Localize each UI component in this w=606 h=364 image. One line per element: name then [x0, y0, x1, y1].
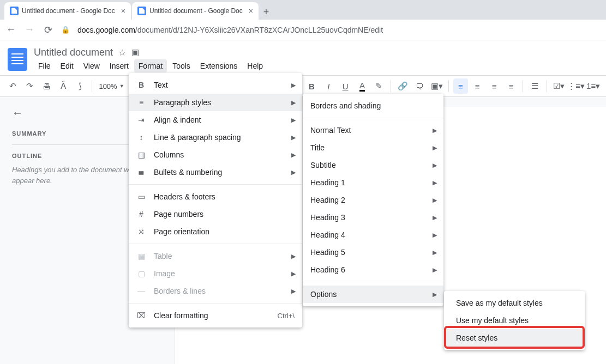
- docs-logo-icon[interactable]: [8, 48, 27, 71]
- menu-subtitle[interactable]: Subtitle▶: [303, 156, 443, 174]
- new-tab-button[interactable]: +: [259, 4, 274, 20]
- menu-separator: [129, 303, 302, 304]
- paint-format-button[interactable]: ⟆: [73, 78, 88, 94]
- document-title[interactable]: Untitled document: [34, 47, 113, 58]
- menu-view[interactable]: View: [79, 59, 104, 72]
- indent-icon: ⇥: [136, 116, 146, 124]
- browser-tab-2[interactable]: Untitled document - Google Doc ×: [132, 2, 259, 20]
- chevron-right-icon: ▶: [291, 117, 296, 124]
- browser-tab-1[interactable]: Untitled document - Google Doc ×: [4, 2, 131, 20]
- header-icon: ▭: [136, 192, 146, 201]
- address-bar[interactable]: docs.google.com/document/d/12NJ-Y6Xsliic…: [77, 26, 383, 34]
- clear-icon: ⌧: [136, 311, 146, 320]
- add-comment-button[interactable]: 🗨: [412, 78, 427, 94]
- menu-text[interactable]: BText▶: [129, 76, 302, 94]
- chevron-right-icon: ▶: [291, 82, 296, 89]
- menu-format[interactable]: Format: [134, 59, 167, 72]
- undo-button[interactable]: ↶: [5, 78, 20, 94]
- line-spacing-button[interactable]: ☰: [527, 78, 542, 94]
- menu-options[interactable]: Options▶: [303, 286, 443, 303]
- menu-save-default-styles[interactable]: Save as my default styles: [444, 294, 585, 312]
- separator: [448, 80, 449, 92]
- menu-heading-4[interactable]: Heading 4▶: [303, 226, 443, 244]
- menu-page-numbers[interactable]: #Page numbers: [129, 205, 302, 223]
- chevron-right-icon: ▶: [433, 266, 437, 274]
- menu-paragraph-styles[interactable]: ≡Paragraph styles▶: [129, 94, 302, 111]
- menu-headers-footers[interactable]: ▭Headers & footers: [129, 188, 302, 205]
- menu-image: ▢Image▶: [129, 265, 302, 282]
- align-justify-button[interactable]: ≡: [504, 78, 519, 94]
- chevron-right-icon: ▶: [291, 134, 296, 141]
- tab-title: Untitled document - Google Doc: [149, 7, 245, 15]
- menu-line-spacing[interactable]: ↕Line & paragraph spacing▶: [129, 129, 302, 146]
- separator: [523, 80, 523, 92]
- menu-bar: File Edit View Insert Format Tools Exten…: [34, 59, 267, 72]
- menu-heading-6[interactable]: Heading 6▶: [303, 261, 443, 278]
- docs-favicon: [10, 7, 19, 15]
- underline-button[interactable]: U: [338, 78, 353, 94]
- menu-align-indent[interactable]: ⇥Align & indent▶: [129, 111, 302, 129]
- chevron-right-icon: ▶: [291, 99, 296, 106]
- menu-columns[interactable]: ▥Columns▶: [129, 146, 302, 163]
- chevron-right-icon: ▶: [433, 162, 437, 169]
- bold-icon: B: [136, 81, 146, 89]
- move-icon[interactable]: ▣: [131, 47, 139, 57]
- paragraph-options-menu: Save as my default styles Use my default…: [444, 291, 585, 350]
- menu-tools[interactable]: Tools: [168, 59, 195, 72]
- reload-button[interactable]: ⟳: [43, 24, 53, 36]
- zoom-select[interactable]: 100% ▼: [97, 82, 126, 90]
- menu-edit[interactable]: Edit: [56, 59, 78, 72]
- menu-clear-formatting[interactable]: ⌧Clear formattingCtrl+\: [129, 307, 302, 324]
- bulleted-list-button[interactable]: ⋮≡▾: [568, 78, 584, 94]
- spellcheck-button[interactable]: Ǎ: [56, 78, 71, 94]
- highlight-button[interactable]: ✎: [371, 78, 386, 94]
- back-button[interactable]: ←: [5, 24, 16, 35]
- chevron-right-icon: ▶: [291, 288, 296, 295]
- star-icon[interactable]: ☆: [118, 47, 126, 58]
- menu-reset-styles[interactable]: Reset styles: [444, 329, 585, 347]
- text-color-button[interactable]: A: [355, 78, 370, 94]
- align-left-button[interactable]: ≡: [453, 78, 468, 94]
- numbered-list-button[interactable]: 1≡▾: [586, 78, 601, 94]
- menu-page-orientation[interactable]: ⤭Page orientation: [129, 223, 302, 240]
- chevron-right-icon: ▶: [291, 151, 296, 159]
- close-icon[interactable]: ×: [249, 7, 253, 15]
- menu-normal-text[interactable]: Normal Text▶: [303, 122, 443, 139]
- menu-heading-1[interactable]: Heading 1▶: [303, 174, 443, 191]
- list-icon: ≣: [136, 168, 146, 177]
- checklist-button[interactable]: ☑▾: [551, 78, 566, 94]
- italic-button[interactable]: I: [321, 78, 336, 94]
- align-right-button[interactable]: ≡: [487, 78, 502, 94]
- chevron-right-icon: ▶: [433, 249, 437, 256]
- menu-heading-2[interactable]: Heading 2▶: [303, 191, 443, 209]
- print-button[interactable]: 🖶: [39, 78, 54, 94]
- menu-heading-5[interactable]: Heading 5▶: [303, 244, 443, 261]
- menu-insert[interactable]: Insert: [105, 59, 133, 72]
- close-icon[interactable]: ×: [121, 7, 125, 15]
- format-menu: BText▶ ≡Paragraph styles▶ ⇥Align & inden…: [129, 73, 302, 327]
- tab-title: Untitled document - Google Doc: [22, 7, 118, 15]
- menu-separator: [129, 244, 302, 244]
- chevron-right-icon: ▶: [433, 127, 437, 134]
- forward-button: →: [24, 24, 35, 35]
- redo-button[interactable]: ↷: [22, 78, 37, 94]
- bold-button[interactable]: B: [304, 78, 319, 94]
- chevron-right-icon: ▶: [433, 214, 437, 221]
- lock-icon: 🔒: [61, 26, 70, 34]
- menu-help[interactable]: Help: [243, 59, 267, 72]
- menu-borders-shading[interactable]: Borders and shading: [303, 97, 443, 114]
- insert-link-button[interactable]: 🔗: [395, 78, 410, 94]
- separator: [391, 80, 391, 92]
- align-center-button[interactable]: ≡: [470, 78, 485, 94]
- menu-title[interactable]: Title▶: [303, 139, 443, 156]
- menu-use-default-styles[interactable]: Use my default styles: [444, 312, 585, 329]
- menu-heading-3[interactable]: Heading 3▶: [303, 209, 443, 226]
- chevron-right-icon: ▶: [433, 232, 437, 239]
- menu-table: ▦Table▶: [129, 247, 302, 265]
- menu-bullets-numbering[interactable]: ≣Bullets & numbering▶: [129, 163, 302, 181]
- menu-extensions[interactable]: Extensions: [196, 59, 242, 72]
- separator: [547, 80, 547, 92]
- chevron-right-icon: ▶: [433, 179, 437, 186]
- insert-image-button[interactable]: ▣▾: [429, 78, 444, 94]
- menu-file[interactable]: File: [34, 59, 55, 72]
